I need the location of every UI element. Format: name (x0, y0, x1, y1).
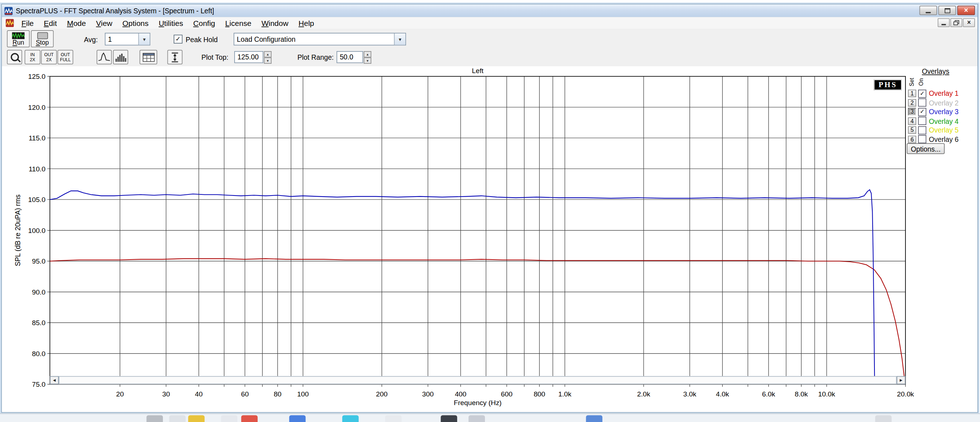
zoom-out-2x-button[interactable]: OUT2X (41, 50, 57, 64)
peak-hold-checkbox[interactable]: ✓ (173, 35, 183, 44)
plot-range-spinner: ▲ ▼ (364, 51, 371, 63)
plot-range-label: Plot Range: (297, 54, 334, 61)
taskbar-icon-6[interactable] (289, 415, 306, 422)
bar-view-button[interactable] (113, 50, 128, 64)
overlay-checkbox-1[interactable]: ✓ (918, 89, 926, 98)
maximize-button[interactable] (938, 6, 956, 15)
overlay-label-1: Overlay 1 (929, 90, 959, 97)
plot-top-spin-down-icon[interactable]: ▼ (264, 57, 272, 64)
taskbar-icon-12[interactable] (875, 415, 892, 422)
display-options-button[interactable] (140, 50, 157, 64)
stop-button[interactable]: Stop (31, 30, 54, 47)
title-bar[interactable]: SpectraPLUS - FFT Spectral Analysis Syst… (2, 4, 977, 17)
mdi-close-button[interactable]: × (963, 18, 975, 27)
taskbar-icon-9[interactable] (441, 415, 457, 422)
menu-item-config[interactable]: Config (188, 17, 220, 29)
menu-item-mode[interactable]: Mode (62, 17, 91, 29)
menu-item-license[interactable]: License (220, 17, 256, 29)
main-toolbar: Run Stop Avg: 1 ▼ ✓ Peak Hold Load Confi… (2, 29, 977, 49)
overlay-row-4: 4Overlay 4 (908, 116, 958, 125)
svg-text:Left: Left (472, 67, 484, 75)
svg-text:30: 30 (162, 390, 170, 398)
menu-bar: FileEditModeViewOptionsUtilitiesConfigLi… (2, 17, 977, 30)
zoom-in-2x-button[interactable]: IN2X (24, 50, 40, 64)
plot-range-spin-down-icon[interactable]: ▼ (364, 57, 371, 64)
overlay-label-6: Overlay 6 (929, 135, 959, 143)
peak-hold-label: Peak Hold (186, 36, 218, 44)
taskbar-icon-11[interactable] (586, 415, 602, 422)
load-configuration-arrow-icon[interactable]: ▼ (394, 33, 406, 45)
zoom-out-full-button[interactable]: OUTFULL (57, 50, 73, 64)
taskbar-icon-5[interactable] (241, 415, 258, 422)
load-configuration-combo[interactable]: Load Configuration ▼ (234, 33, 406, 45)
overlay-set-button-6[interactable]: 6 (908, 135, 916, 143)
scroll-left-icon[interactable]: ◄ (50, 376, 59, 385)
plot-top-field: 125.00 ▲ ▼ (234, 51, 271, 63)
taskbar-icon-3[interactable] (188, 415, 205, 422)
scroll-right-icon[interactable]: ► (897, 376, 906, 385)
svg-text:400: 400 (455, 390, 466, 398)
menu-item-edit[interactable]: Edit (39, 17, 62, 29)
taskbar-icon-7[interactable] (342, 415, 359, 422)
plot-scrollbar: ◄ ► (50, 376, 905, 385)
plot-top-input[interactable]: 125.00 (234, 51, 263, 63)
plot-svg[interactable]: 125.0120.0115.0110.0105.0100.095.090.085… (14, 66, 924, 411)
plot-top-spin-up-icon[interactable]: ▲ (264, 51, 272, 58)
mdi-minimize-button[interactable] (938, 18, 950, 27)
menu-item-file[interactable]: File (17, 17, 39, 29)
overlay-checkbox-5[interactable] (918, 126, 926, 134)
overlay-rows: 1✓Overlay 12Overlay 23✓Overlay 34Overlay… (908, 89, 958, 144)
menu-item-window[interactable]: Window (256, 17, 294, 29)
spectrum-view-button[interactable] (97, 50, 112, 64)
overlay-set-button-2[interactable]: 2 (908, 99, 916, 106)
menu-item-view[interactable]: View (91, 17, 118, 29)
svg-text:85.0: 85.0 (32, 319, 46, 327)
overlay-options-button[interactable]: Options... (907, 143, 945, 154)
menu-item-help[interactable]: Help (293, 17, 319, 29)
taskbar-icon-10[interactable] (468, 415, 485, 422)
avg-combo[interactable]: 1 ▼ (105, 33, 150, 45)
taskbar-icon-4[interactable] (221, 415, 237, 422)
plot-range-input[interactable]: 50.0 (337, 51, 363, 63)
bar-graph-icon (115, 52, 126, 62)
mdi-close-icon: × (967, 19, 970, 26)
overlays-set-label: Set (908, 75, 915, 90)
svg-text:90.0: 90.0 (32, 289, 46, 296)
overlay-set-button-1[interactable]: 1 (908, 90, 916, 97)
scroll-thumb[interactable] (59, 376, 897, 385)
overlay-set-button-5[interactable]: 5 (908, 126, 916, 134)
phs-logo: PHS (874, 79, 902, 90)
svg-text:100.0: 100.0 (28, 227, 45, 235)
taskbar-icon-8[interactable] (385, 415, 402, 422)
overlays-header[interactable]: Overlays (922, 68, 950, 75)
zoom-cursor-button[interactable] (7, 50, 22, 64)
spectraplus-window: SpectraPLUS - FFT Spectral Analysis Syst… (2, 4, 978, 413)
minimize-button[interactable] (920, 6, 937, 15)
svg-text:115.0: 115.0 (29, 134, 45, 142)
overlay-set-button-3[interactable]: 3 (908, 108, 916, 116)
overlay-checkbox-4[interactable] (918, 117, 926, 125)
run-button[interactable]: Run (7, 30, 30, 47)
overlay-set-button-4[interactable]: 4 (908, 117, 916, 125)
overlay-checkbox-3[interactable]: ✓ (918, 108, 926, 116)
taskbar-icon-2[interactable] (169, 415, 186, 422)
plot-range-spin-up-icon[interactable]: ▲ (364, 51, 371, 58)
mdi-restore-button[interactable] (950, 18, 963, 27)
stop-label: Stop (36, 39, 49, 46)
overlays-on-label: On (918, 75, 924, 90)
screen: SpectraPLUS - FFT Spectral Analysis Syst… (0, 0, 980, 422)
close-button[interactable]: × (957, 6, 975, 15)
grid-window-icon (142, 52, 154, 62)
plot-top-spinner: ▲ ▼ (264, 51, 272, 63)
spectrum-curve-icon (98, 52, 111, 62)
menu-item-utilities[interactable]: Utilities (153, 17, 188, 29)
avg-combo-arrow-icon[interactable]: ▼ (138, 33, 150, 45)
overlay-checkbox-6[interactable] (918, 135, 926, 143)
svg-text:800: 800 (534, 390, 545, 398)
vertical-fit-button[interactable] (167, 50, 182, 64)
overlay-checkbox-2[interactable] (918, 99, 926, 107)
taskbar-icon-1[interactable] (146, 415, 163, 422)
menu-item-options[interactable]: Options (118, 17, 154, 29)
svg-text:Frequency (Hz): Frequency (Hz) (453, 399, 501, 406)
run-label: Run (13, 39, 24, 46)
